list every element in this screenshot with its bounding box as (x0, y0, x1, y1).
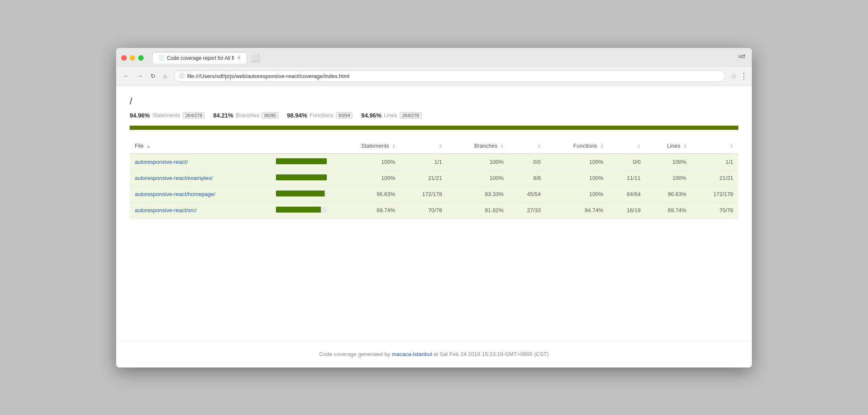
table-row: autoresponsive-react/examples/100%21/211… (130, 170, 738, 186)
tab-title: Code coverage report for All fi (167, 55, 234, 61)
table-row: autoresponsive-react/src/89.74%70/7881.8… (130, 202, 738, 218)
home-button[interactable]: ⌂ (161, 72, 169, 80)
summary-branches: 84.21% Branches 80/95 (213, 112, 278, 119)
br-pct: 84.21% (213, 112, 233, 119)
row-0-file-link[interactable]: autoresponsive-react/ (135, 159, 188, 165)
summary-bar: 94.96% Statements 264/278 84.21% Branche… (130, 112, 738, 119)
window-controls (121, 55, 144, 61)
row-2-cell-3: 45/54 (509, 186, 546, 202)
table-header-row: File ▲ Statements ⇕ ⇕ Branches ⇕ ⇕ (130, 138, 738, 154)
row-2-bar (271, 186, 332, 202)
summary-functions: 98.94% Functions 93/94 (287, 112, 353, 119)
row-2-file: autoresponsive-react/homepage/ (130, 186, 271, 202)
col-ln-frac[interactable]: ⇕ (692, 138, 738, 154)
reload-button[interactable]: ↻ (148, 72, 158, 80)
col-statements[interactable]: Statements ⇕ (332, 138, 401, 154)
browser-window: 📄 Code coverage report for All fi ✕ ⬜ xd… (116, 48, 752, 367)
footer-link[interactable]: macaca-istanbul (392, 351, 432, 357)
row-2-cell-6: 96.63% (645, 186, 691, 202)
table-row: autoresponsive-react/100%1/1100%0/0100%0… (130, 154, 738, 170)
footer: Code coverage generated by macaca-istanb… (116, 340, 752, 367)
ln-label: Lines (384, 112, 397, 118)
col-functions[interactable]: Functions ⇕ (546, 138, 609, 154)
col-lines[interactable]: Lines ⇕ (645, 138, 691, 154)
progress-strip (130, 126, 738, 130)
page-content: / 94.96% Statements 264/278 84.21% Branc… (116, 86, 752, 340)
stmt-pct: 94.96% (130, 112, 150, 119)
row-2-cell-0: 96.63% (332, 186, 401, 202)
forward-button[interactable]: → (135, 72, 145, 80)
close-button[interactable] (121, 55, 127, 61)
row-3-cell-3: 27/33 (509, 202, 546, 218)
row-2-file-link[interactable]: autoresponsive-react/homepage/ (135, 191, 215, 197)
row-2-cell-5: 64/64 (609, 186, 646, 202)
row-3-cell-0: 89.74% (332, 202, 401, 218)
col-fn-frac[interactable]: ⇕ (609, 138, 646, 154)
page-title: / (130, 96, 738, 107)
row-0-file: autoresponsive-react/ (130, 154, 271, 170)
row-3-file-link[interactable]: autoresponsive-react/src/ (135, 207, 197, 213)
row-0-cell-1: 1/1 (401, 154, 447, 170)
row-3-bar (271, 202, 332, 218)
row-1-cell-0: 100% (332, 170, 401, 186)
file-sort-icon: ▲ (147, 144, 151, 149)
col-br-frac[interactable]: ⇕ (509, 138, 546, 154)
stmt-frac-sort-icon: ⇕ (439, 144, 442, 149)
nav-bar: ← → ↻ ⌂ ⓘ ☆ ⋮ (116, 67, 752, 86)
row-0-cell-2: 100% (447, 154, 509, 170)
row-0-cell-3: 0/0 (509, 154, 546, 170)
row-1-cell-6: 100% (645, 170, 691, 186)
col-stmt-frac[interactable]: ⇕ (401, 138, 447, 154)
fn-frac-sort-icon: ⇕ (637, 144, 640, 149)
address-input[interactable] (187, 73, 720, 79)
row-2-cell-4: 100% (546, 186, 609, 202)
ln-sort-icon: ⇕ (683, 144, 687, 149)
row-3-cell-4: 94.74% (546, 202, 609, 218)
br-frac-sort-icon: ⇕ (537, 144, 541, 149)
row-3-cell-1: 70/78 (401, 202, 447, 218)
tab-close-button[interactable]: ✕ (237, 55, 241, 61)
row-0-cell-0: 100% (332, 154, 401, 170)
col-file[interactable]: File ▲ (130, 138, 271, 154)
new-tab-button[interactable]: ⬜ (247, 53, 263, 62)
row-3-cell-2: 81.82% (447, 202, 509, 218)
row-0-bar (271, 154, 332, 170)
address-bar-wrap: ⓘ (174, 70, 726, 82)
stmt-sort-icon: ⇕ (392, 144, 395, 149)
row-1-cell-2: 100% (447, 170, 509, 186)
active-tab[interactable]: 📄 Code coverage report for All fi ✕ (152, 52, 247, 64)
row-3-cell-7: 70/78 (692, 202, 738, 218)
user-label: xdf (738, 53, 747, 62)
maximize-button[interactable] (138, 55, 144, 61)
summary-statements: 94.96% Statements 264/278 (130, 112, 205, 119)
br-label: Branches (236, 112, 259, 118)
row-0-cell-6: 100% (645, 154, 691, 170)
info-icon: ⓘ (179, 73, 184, 80)
ln-badge: 264/278 (400, 112, 422, 119)
br-sort-icon: ⇕ (500, 144, 504, 149)
fn-badge: 93/94 (336, 112, 353, 119)
row-1-file-link[interactable]: autoresponsive-react/examples/ (135, 175, 213, 181)
row-1-cell-5: 11/11 (609, 170, 646, 186)
tab-doc-icon: 📄 (159, 55, 164, 61)
row-1-file: autoresponsive-react/examples/ (130, 170, 271, 186)
footer-text-after: at Sat Feb 24 2018 15:23:18 GMT+0800 (CS… (434, 351, 549, 357)
row-3-cell-6: 89.74% (645, 202, 691, 218)
menu-button[interactable]: ⋮ (740, 71, 747, 81)
bookmark-button[interactable]: ☆ (731, 72, 737, 80)
row-2-cell-2: 83.33% (447, 186, 509, 202)
coverage-table: File ▲ Statements ⇕ ⇕ Branches ⇕ ⇕ (130, 138, 738, 219)
stmt-label: Statements (152, 112, 180, 118)
tabs-row: 📄 Code coverage report for All fi ✕ ⬜ (152, 52, 738, 64)
fn-sort-icon: ⇕ (600, 144, 604, 149)
minimize-button[interactable] (130, 55, 135, 61)
row-1-bar (271, 170, 332, 186)
row-0-cell-4: 100% (546, 154, 609, 170)
fn-pct: 98.94% (287, 112, 307, 119)
summary-lines: 94.96% Lines 264/278 (361, 112, 421, 119)
back-button[interactable]: ← (121, 72, 131, 80)
row-1-cell-3: 8/8 (509, 170, 546, 186)
table-row: autoresponsive-react/homepage/96.63%172/… (130, 186, 738, 202)
col-branches[interactable]: Branches ⇕ (447, 138, 509, 154)
ln-pct: 94.96% (361, 112, 381, 119)
